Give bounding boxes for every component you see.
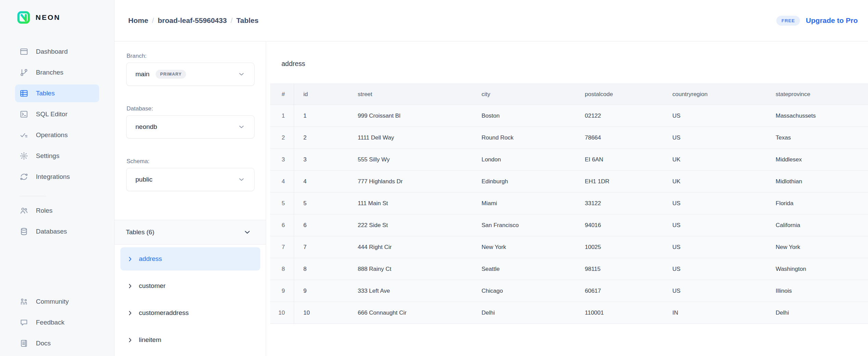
sidebar-nav: Dashboard Branches Tables SQL Editor Ope… [0, 43, 114, 189]
table-cell: 78664 [585, 134, 672, 141]
table-row[interactable]: 99333 Left AveChicago60617USIllinois [270, 280, 868, 302]
table-cell: Middlesex [776, 156, 868, 163]
sidebar-item-operations[interactable]: Operations [15, 126, 99, 144]
chevron-right-icon [127, 283, 133, 289]
table-row[interactable]: 44777 Highlands DrEdinburghEH1 1DRUKMidl… [270, 171, 868, 193]
table-cell: 8 [294, 266, 358, 273]
table-cell: 6 [270, 214, 294, 236]
table-cell: 10 [270, 302, 294, 324]
table-list-item-address[interactable]: address [120, 247, 260, 271]
column-header-street[interactable]: street [358, 91, 482, 98]
docs-icon [19, 339, 28, 348]
table-cell: Edinburgh [482, 178, 585, 185]
table-list-item-customer[interactable]: customer [120, 274, 260, 298]
sidebar-item-settings[interactable]: Settings [15, 147, 99, 165]
chevron-right-icon [127, 256, 133, 262]
table-row[interactable]: 55111 Main StMiami33122USFlorida [270, 193, 868, 214]
sidebar-spacer [0, 243, 114, 275]
brand-name: NEON [36, 13, 61, 22]
brand-logo[interactable]: NEON [16, 10, 114, 25]
table-cell: US [672, 266, 776, 273]
table-cell: EH1 1DR [585, 178, 672, 185]
branches-icon [19, 68, 28, 77]
table-cell: 1 [294, 113, 358, 119]
table-cell: 888 Rainy Ct [358, 266, 482, 273]
gear-icon [19, 151, 28, 160]
sidebar-item-community[interactable]: Community [15, 293, 99, 311]
table-row[interactable]: 221111 Dell WayRound Rock78664USTexas [270, 127, 868, 149]
upgrade-to-pro-link[interactable]: Upgrade to Pro [806, 16, 858, 25]
table-cell: Delhi [776, 309, 868, 316]
table-cell: Seattle [482, 266, 585, 273]
table-row[interactable]: 1010666 Connaught CirDelhi110001INDelhi [270, 302, 868, 324]
table-cell: 3 [270, 149, 294, 170]
table-cell: 9 [294, 288, 358, 294]
table-cell: 444 Right Cir [358, 244, 482, 251]
table-cell: 1111 Dell Way [358, 134, 482, 141]
table-row[interactable]: 33555 Silly WyLondonEI 6ANUKMiddlesex [270, 149, 868, 171]
database-select[interactable]: neondb [126, 115, 254, 139]
sidebar-item-sql-editor[interactable]: SQL Editor [15, 105, 99, 123]
column-header-city[interactable]: city [482, 91, 585, 98]
table-cell: UK [672, 156, 776, 163]
feedback-icon [19, 318, 28, 327]
table-body: 11999 Croissant BlBoston02122USMassachus… [270, 105, 868, 324]
tables-count-label: Tables (6) [126, 228, 154, 236]
schema-value: public [135, 176, 153, 183]
selector-panel: Branch: main PRIMARY Database: neondb Sc… [115, 41, 266, 356]
chevron-right-icon [127, 337, 133, 343]
breadcrumb-page[interactable]: Tables [236, 16, 259, 25]
column-header-countryregion[interactable]: countryregion [672, 91, 776, 98]
breadcrumb-home[interactable]: Home [128, 16, 148, 25]
table-cell: 6 [294, 222, 358, 229]
table-cell: 94016 [585, 222, 672, 229]
chevron-down-icon [238, 176, 245, 183]
tables-icon [19, 89, 28, 98]
chevron-down-icon [238, 123, 245, 131]
database-value: neondb [135, 123, 157, 131]
sidebar-item-integrations[interactable]: Integrations [15, 168, 99, 186]
sidebar-item-databases[interactable]: Databases [15, 223, 99, 240]
table-list-item-customeraddress[interactable]: customeraddress [120, 301, 260, 325]
column-header-id[interactable]: id [294, 91, 358, 98]
chevron-right-icon [127, 310, 133, 316]
sidebar-nav-bottom: Community Feedback Docs [0, 293, 114, 356]
table-cell: 10025 [585, 244, 672, 251]
column-header-postalcode[interactable]: postalcode [585, 91, 672, 98]
tables-section-header[interactable]: Tables (6) [115, 220, 266, 245]
plan-badge: FREE [776, 16, 800, 26]
roles-icon [19, 206, 28, 215]
sidebar-item-roles[interactable]: Roles [15, 202, 99, 220]
breadcrumb-project[interactable]: broad-leaf-55960433 [158, 16, 227, 25]
sidebar-item-docs[interactable]: Docs [15, 334, 99, 352]
sidebar-item-feedback[interactable]: Feedback [15, 314, 99, 331]
table-cell: 222 Side St [358, 222, 482, 229]
schema-select[interactable]: public [126, 168, 254, 191]
table-row[interactable]: 88888 Rainy CtSeattle98115USWashington [270, 258, 868, 280]
database-icon [19, 227, 28, 236]
sidebar-item-tables[interactable]: Tables [15, 84, 99, 102]
table-cell: Illinois [776, 288, 868, 294]
sidebar-item-branches[interactable]: Branches [15, 64, 99, 81]
table-cell: Chicago [482, 288, 585, 294]
table-cell: US [672, 222, 776, 229]
column-header-stateprovince[interactable]: stateprovince [776, 91, 868, 98]
data-table: # id street city postalcode countryregio… [270, 83, 868, 324]
table-cell: 1 [270, 105, 294, 127]
sidebar-item-dashboard[interactable]: Dashboard [15, 43, 99, 61]
branch-select[interactable]: main PRIMARY [126, 63, 254, 86]
table-row[interactable]: 66222 Side StSan Francisco94016USCalifor… [270, 214, 868, 236]
table-cell: San Francisco [482, 222, 585, 229]
database-label: Database: [127, 105, 266, 112]
table-cell: 33122 [585, 200, 672, 207]
table-cell: London [482, 156, 585, 163]
tables-list: address customer customeraddress lineite… [115, 245, 266, 352]
table-cell: Miami [482, 200, 585, 207]
table-row[interactable]: 77444 Right CirNew York10025USNew York [270, 236, 868, 258]
table-cell: Delhi [482, 309, 585, 316]
table-cell: 98115 [585, 266, 672, 273]
table-row[interactable]: 11999 Croissant BlBoston02122USMassachus… [270, 105, 868, 127]
column-header-rownum[interactable]: # [270, 84, 294, 105]
table-list-item-lineitem[interactable]: lineitem [120, 328, 260, 352]
sidebar-divider [19, 196, 46, 196]
